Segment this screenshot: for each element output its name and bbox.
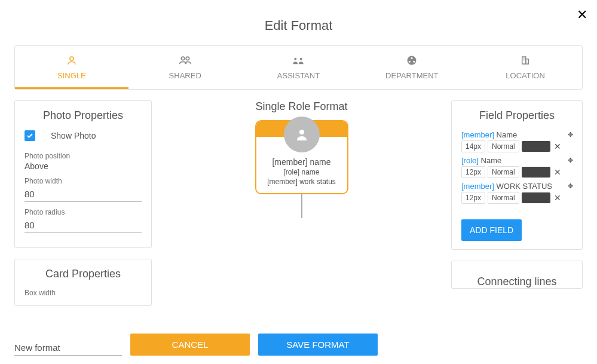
field-row: [member] Name ✥ 14px Normal ✕ <box>461 130 572 152</box>
tab-label: SHARED <box>169 71 201 80</box>
svg-point-13 <box>299 130 304 134</box>
avatar <box>284 117 320 152</box>
person-icon <box>66 54 77 66</box>
panel-title: Field Properties <box>461 109 572 122</box>
connector-line <box>301 194 302 218</box>
svg-point-0 <box>70 57 74 60</box>
drag-handle-icon[interactable]: ✥ <box>568 183 572 189</box>
preview-title: Single Role Format <box>163 100 440 113</box>
show-photo-label: Show Photo <box>51 131 96 140</box>
photo-properties-panel: Photo Properties Show Photo Photo positi… <box>14 100 152 248</box>
drag-handle-icon[interactable]: ✥ <box>568 157 572 164</box>
font-weight-select[interactable]: Normal <box>488 140 519 152</box>
field-tag: [member] <box>461 182 494 191</box>
add-field-button[interactable]: ADD FIELD <box>461 219 522 241</box>
save-format-button[interactable]: SAVE FORMAT <box>258 334 378 356</box>
department-icon <box>406 54 417 66</box>
tab-label: ASSISTANT <box>277 71 320 80</box>
radius-input[interactable] <box>25 218 142 233</box>
field-properties-panel: Field Properties [member] Name ✥ 14px No… <box>451 100 583 250</box>
svg-point-2 <box>186 57 189 60</box>
font-size-select[interactable]: 14px <box>461 140 485 152</box>
svg-point-8 <box>414 61 415 63</box>
color-picker[interactable] <box>522 167 550 178</box>
connecting-lines-panel: Connecting lines <box>451 261 583 289</box>
preview-line: [member] name <box>260 157 344 167</box>
tab-location[interactable]: LOCATION <box>469 46 582 89</box>
panel-title: Connecting lines <box>461 270 572 288</box>
format-name-input[interactable] <box>14 340 122 356</box>
font-size-select[interactable]: 12px <box>461 166 485 178</box>
svg-point-3 <box>295 58 297 60</box>
position-label: Photo position <box>25 152 142 160</box>
position-select[interactable]: Above <box>25 161 142 171</box>
remove-icon[interactable]: ✕ <box>553 167 562 177</box>
color-picker[interactable] <box>522 192 550 203</box>
dialog-title: Edit Format <box>0 0 597 45</box>
svg-point-7 <box>409 61 411 63</box>
tab-single[interactable]: SINGLE <box>15 46 128 89</box>
tabs-container: SINGLE SHARED ASSISTANT DEPARTMENT LOCAT… <box>14 45 583 90</box>
tab-label: LOCATION <box>506 71 545 80</box>
field-tag: [member] <box>461 130 494 139</box>
preview-line: [member] work status <box>260 178 344 186</box>
font-weight-select[interactable]: Normal <box>488 166 519 178</box>
field-name: Name <box>481 156 502 165</box>
svg-point-1 <box>181 57 185 60</box>
svg-rect-10 <box>526 59 529 64</box>
remove-icon[interactable]: ✕ <box>553 193 562 203</box>
tab-label: SINGLE <box>57 71 86 80</box>
width-input[interactable] <box>25 186 142 202</box>
svg-point-4 <box>300 58 302 60</box>
show-photo-checkbox[interactable] <box>25 130 35 141</box>
box-width-label: Box width <box>25 289 142 297</box>
field-name: WORK STATUS <box>497 182 552 191</box>
building-icon <box>520 54 531 66</box>
svg-point-6 <box>411 57 413 59</box>
people-icon <box>179 54 192 66</box>
preview-card: [member] name [role] name [member] work … <box>255 120 348 194</box>
panel-title: Card Properties <box>25 268 142 280</box>
tab-label: DEPARTMENT <box>385 71 438 80</box>
cancel-button[interactable]: CANCEL <box>130 334 250 356</box>
font-size-select[interactable]: 12px <box>461 192 485 204</box>
width-label: Photo width <box>25 177 142 185</box>
field-tag: [role] <box>461 156 479 165</box>
tab-shared[interactable]: SHARED <box>128 46 242 89</box>
tab-assistant[interactable]: ASSISTANT <box>242 46 356 89</box>
font-weight-select[interactable]: Normal <box>488 192 519 204</box>
drag-handle-icon[interactable]: ✥ <box>568 131 572 138</box>
field-name: Name <box>497 130 518 139</box>
footer-bar: CANCEL SAVE FORMAT <box>0 328 597 364</box>
close-icon[interactable]: ✕ <box>577 7 587 23</box>
remove-icon[interactable]: ✕ <box>553 142 562 151</box>
panel-title: Photo Properties <box>25 109 142 122</box>
color-picker[interactable] <box>522 141 550 152</box>
assistant-icon <box>292 54 305 66</box>
field-row: [role] Name ✥ 12px Normal ✕ <box>461 156 572 178</box>
field-row: [member] WORK STATUS ✥ 12px Normal ✕ <box>461 182 572 204</box>
radius-label: Photo radius <box>25 208 142 216</box>
card-properties-panel: Card Properties Box width <box>14 259 152 306</box>
preview-line: [role] name <box>260 168 344 176</box>
tab-department[interactable]: DEPARTMENT <box>355 46 469 89</box>
